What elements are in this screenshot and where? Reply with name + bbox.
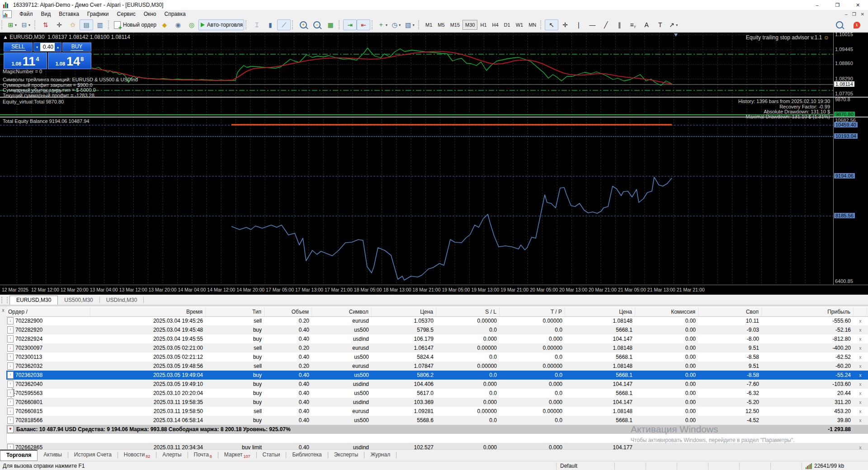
timeframe-m30[interactable]: M30	[462, 20, 477, 30]
close-order-icon[interactable]: x	[854, 319, 867, 324]
auto-scroll-icon[interactable]: ⇥	[343, 19, 357, 30]
metaeditor-icon[interactable]: ◆	[158, 19, 171, 30]
terminal-tab-алерты[interactable]: Алерты	[156, 450, 187, 460]
timeframe-m15[interactable]: M15	[448, 20, 462, 30]
close-order-icon[interactable]: x	[854, 364, 867, 369]
order-row[interactable]: ↑7023620382025.03.05 19:49:04buy0.40us50…	[6, 371, 868, 380]
toolbar-grip[interactable]	[245, 20, 249, 29]
terminal-close-icon[interactable]: x	[0, 308, 6, 313]
order-row[interactable]: ↓7026608152025.03.11 19:58:50sell0.40eur…	[6, 407, 868, 416]
toolbar-grip[interactable]	[34, 20, 38, 29]
tile-windows-icon[interactable]: ▦	[324, 19, 337, 30]
chart-tab-usdind-m30[interactable]: USDInd,M30	[100, 296, 144, 305]
cursor-icon[interactable]: ↖	[545, 19, 558, 30]
toolbar-grip[interactable]	[292, 20, 295, 29]
navigator-icon[interactable]: ✩	[66, 19, 80, 30]
zoom-out-icon[interactable]: −	[310, 19, 324, 30]
close-order-icon[interactable]: x	[854, 355, 867, 360]
terminal-tab-история-счета[interactable]: История Счета	[68, 450, 118, 460]
close-order-icon[interactable]: x	[854, 346, 867, 351]
buy-button[interactable]: BUY	[62, 42, 91, 52]
order-row[interactable]: ↓7023620322025.03.05 19:48:56sell0.20eur…	[6, 362, 868, 371]
child-minimize-button[interactable]: –	[845, 12, 848, 17]
close-order-icon[interactable]: x	[854, 328, 867, 333]
order-row[interactable]: ↑7022829202025.03.04 19:45:48buy0.40us50…	[6, 325, 868, 334]
timeframe-h4[interactable]: H4	[490, 20, 501, 30]
tab-bar-grip[interactable]	[1, 297, 8, 303]
line-chart-icon[interactable]: ⟋	[277, 19, 291, 30]
order-row[interactable]: ↑7023001132025.03.05 02:21:12buy0.40us50…	[6, 352, 868, 362]
close-order-icon[interactable]: x	[854, 391, 867, 396]
chart-area[interactable]: ▲ EURUSD,M30 1.08137 1.08142 1.08100 1.0…	[0, 33, 868, 295]
menu-графики[interactable]: Графики	[83, 10, 113, 18]
order-row[interactable]: ↓7022829002025.03.04 19:45:26sell0.20eur…	[6, 316, 868, 325]
terminal-tab-маркет[interactable]: Маркет107	[218, 450, 256, 461]
trendline-icon[interactable]: ╱	[599, 19, 613, 30]
sell-price[interactable]: 1.08114	[4, 52, 47, 69]
minimize-button[interactable]: –	[807, 0, 827, 10]
templates-icon[interactable]: ▧▼	[403, 19, 417, 30]
timeframe-h1[interactable]: H1	[477, 20, 489, 30]
column-header[interactable]: Прибыль	[762, 307, 854, 316]
column-header[interactable]: Цена	[372, 307, 436, 316]
channel-icon[interactable]: ∥	[613, 19, 626, 30]
terminal-tab-журнал[interactable]: Журнал	[364, 450, 396, 460]
chart-tab-us500-m30[interactable]: US500,M30	[58, 296, 99, 305]
experts-icon[interactable]: ◉	[171, 19, 185, 30]
volume-input[interactable]: 0.40	[40, 43, 55, 51]
timeframe-d1[interactable]: D1	[501, 20, 513, 30]
terminal-icon[interactable]: ▤	[80, 19, 93, 30]
new-chart-icon[interactable]: ⊞▼	[6, 19, 19, 30]
order-row[interactable]: ↑7023620402025.03.05 19:49:10buy0.40usdi…	[6, 380, 868, 389]
close-order-icon[interactable]: x	[854, 373, 867, 378]
time-axis[interactable]: 12 Mar 202512 Mar 12:0012 Mar 20:0013 Ma…	[0, 285, 868, 295]
terminal-tab-новости[interactable]: Новости82	[118, 450, 156, 461]
candlestick-chart-icon[interactable]: ▮	[264, 19, 277, 30]
pane-separator[interactable]	[0, 117, 868, 118]
volume-up-button[interactable]: ▲	[55, 43, 61, 51]
column-header[interactable]: S / L	[436, 307, 500, 316]
order-row[interactable]: ↑7026608012025.03.11 19:58:35buy0.40usdi…	[6, 398, 868, 407]
toolbar-grip[interactable]	[339, 20, 342, 29]
column-header[interactable]: Цена	[565, 307, 635, 316]
profile-indicator[interactable]: Default	[556, 462, 614, 470]
toolbar-grip[interactable]	[540, 20, 543, 29]
data-window-icon[interactable]: ✛	[52, 19, 66, 30]
timeframe-m1[interactable]: M1	[423, 20, 435, 30]
buy-price[interactable]: 1.08148	[48, 52, 91, 69]
order-row[interactable]: ↓7023000972025.03.05 02:21:00sell0.20eur…	[6, 343, 868, 352]
horizontal-line-icon[interactable]: —	[585, 19, 599, 30]
strategy-tester-icon[interactable]: ▥	[93, 19, 107, 30]
crosshair-icon[interactable]: ✛	[558, 19, 572, 30]
signals-icon[interactable]: ◎	[185, 19, 198, 30]
label-icon[interactable]: T	[653, 19, 667, 30]
bar-chart-icon[interactable]: ⌶	[250, 19, 264, 30]
order-row[interactable]: ↑7028185662025.03.14 06:58:14buy0.40us50…	[6, 416, 868, 425]
timeframe-m5[interactable]: M5	[435, 20, 447, 30]
order-row[interactable]: ↑7025955632025.03.10 20:20:04buy0.40us50…	[6, 389, 868, 398]
pane-separator[interactable]	[0, 97, 868, 98]
sell-button[interactable]: SELL	[4, 42, 33, 52]
new-order-button[interactable]: Новый ордер	[113, 19, 158, 30]
menu-файл[interactable]: Файл	[15, 10, 37, 18]
text-icon[interactable]: A	[640, 19, 653, 30]
arrows-icon[interactable]: ↗▼	[667, 19, 680, 30]
search-icon[interactable]	[833, 19, 846, 30]
child-close-button[interactable]: ✕	[861, 12, 864, 17]
terminal-tab-библиотека[interactable]: Библиотека	[286, 450, 327, 460]
column-header[interactable]: T / P	[500, 307, 565, 316]
terminal-tab-эксперты[interactable]: Эксперты	[328, 450, 364, 460]
close-button[interactable]: ✕	[848, 0, 868, 10]
collapse-arrow-icon[interactable]: ▲	[3, 34, 8, 40]
menu-вид[interactable]: Вид	[37, 10, 55, 18]
timeframe-mn[interactable]: MN	[526, 20, 539, 30]
fibonacci-icon[interactable]: ≡F	[626, 19, 640, 30]
close-order-icon[interactable]: x	[854, 400, 867, 405]
profiles-icon[interactable]: ⊟▼	[19, 19, 33, 30]
menu-сервис[interactable]: Сервис	[113, 10, 140, 18]
terminal-tab-статьи[interactable]: Статьи	[257, 450, 286, 460]
menu-окно[interactable]: Окно	[140, 10, 160, 18]
column-header[interactable]: Ордер /	[6, 307, 90, 316]
terminal-tab-торговля[interactable]: Торговля	[0, 450, 38, 461]
order-row[interactable]: ↑7022829242025.03.04 19:45:55buy0.40usdi…	[6, 334, 868, 343]
